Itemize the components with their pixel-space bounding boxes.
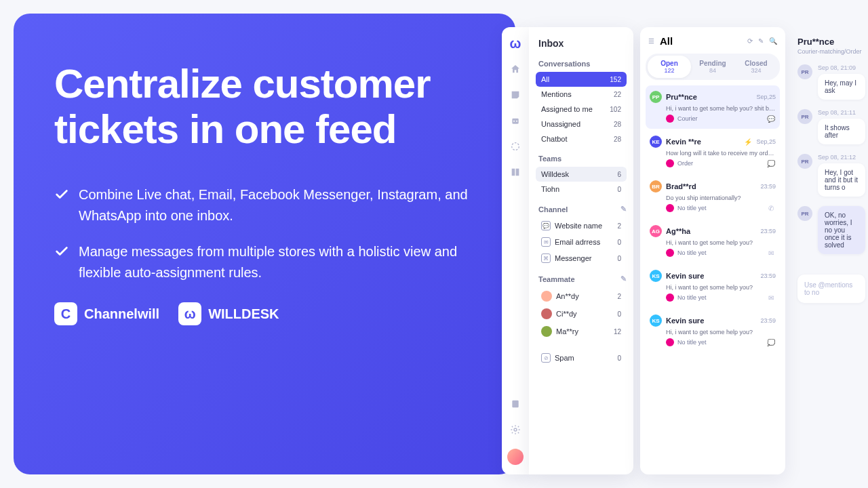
channel-icon: ⌘	[541, 253, 551, 263]
avatar: PP	[650, 91, 662, 103]
messenger-icon: 💬	[766, 114, 776, 123]
filter-icon[interactable]: ☰	[648, 37, 654, 45]
bullet-item: Manage messages from multiple stores wit…	[54, 241, 475, 283]
teammate-item[interactable]: Ma**ry12	[536, 323, 627, 340]
avatar	[541, 291, 552, 302]
channel-icon: 💬	[541, 221, 551, 230]
bullet-item: Combine Live chat, Email, Facebook Messe…	[54, 184, 475, 226]
current-user-avatar[interactable]	[507, 449, 524, 465]
brand-channelwill: C Channelwill	[54, 302, 159, 325]
willdesk-logo-icon: ω	[178, 302, 201, 325]
section-teammate: Teammate✎	[536, 274, 627, 283]
channel-icon: ✉	[541, 237, 551, 247]
whatsapp-icon: ✆	[766, 203, 776, 213]
message: PRSep 08, 21:11It shows after	[797, 109, 865, 144]
brands-row: C Channelwill ω WILLDESK	[54, 302, 475, 325]
refresh-icon[interactable]: ⟳	[747, 37, 753, 45]
team-item[interactable]: Tiohn0	[536, 182, 627, 197]
bullet-text: Manage messages from multiple stores wit…	[79, 241, 475, 283]
check-icon	[54, 187, 69, 202]
convo-sub: Courier-matching/Order	[797, 48, 865, 55]
settings-icon[interactable]	[509, 423, 522, 436]
ticket-item[interactable]: KSKevin sure23:59Hi, i want to get some …	[646, 264, 780, 308]
avatar: PR	[797, 154, 812, 169]
spam-icon: ⊘	[541, 353, 551, 363]
edit-icon[interactable]: ✎	[620, 205, 627, 214]
avatar: PR	[797, 206, 812, 221]
tab-pending[interactable]: Pending84	[691, 56, 734, 78]
channel-item[interactable]: ✉Email adrress0	[536, 234, 627, 250]
hero-headline: Centralize customer tickets in one feed	[54, 61, 475, 152]
hero-bullets: Combine Live chat, Email, Facebook Messe…	[54, 184, 475, 283]
inbox-icon[interactable]	[509, 88, 522, 102]
assignee-avatar	[666, 338, 674, 346]
avatar	[541, 308, 552, 319]
tab-closed[interactable]: Closed324	[734, 56, 778, 78]
svg-rect-0	[512, 119, 518, 124]
thread-title: All	[660, 35, 742, 47]
check-icon	[54, 244, 69, 259]
ticket-item[interactable]: KEKevin **re⚡Sep,25How long will it take…	[646, 130, 780, 174]
avatar: KS	[650, 314, 662, 327]
assignee-avatar	[666, 159, 674, 167]
inbox-title: Inbox	[536, 38, 627, 49]
search-icon[interactable]: 🔍	[769, 37, 777, 45]
compose-icon[interactable]: ✎	[758, 37, 764, 45]
edit-icon[interactable]: ✎	[620, 274, 627, 283]
section-teams: Teams	[536, 155, 627, 163]
inbox-sidebar: Inbox Conversations All152Mentions22Assi…	[529, 27, 633, 474]
sidebar-item-spam[interactable]: ⊘Spam 0	[536, 350, 627, 366]
avatar: BR	[650, 180, 662, 192]
email-icon: ✉	[766, 293, 776, 302]
channel-item[interactable]: 💬Website name2	[536, 218, 627, 234]
docs-icon[interactable]	[509, 165, 522, 179]
chat-icon: 💭	[766, 159, 776, 168]
hero-panel: Centralize customer tickets in one feed …	[14, 14, 515, 474]
assignee-avatar	[666, 115, 674, 123]
ticket-item[interactable]: PPPru**nceSep,25Hi, i want to get some h…	[646, 85, 780, 129]
home-icon[interactable]	[509, 62, 522, 76]
tab-open[interactable]: Open122	[648, 56, 691, 78]
priority-icon: ⚡	[744, 138, 752, 146]
team-item[interactable]: Willdesk6	[536, 167, 627, 182]
svg-point-1	[513, 121, 515, 122]
sidebar-item-mentions[interactable]: Mentions22	[536, 87, 627, 102]
avatar	[541, 326, 552, 337]
bullet-text: Combine Live chat, Email, Facebook Messe…	[79, 184, 475, 226]
sidebar-item-unassigned[interactable]: Unassigned28	[536, 117, 627, 131]
svg-point-3	[512, 143, 519, 150]
sidebar-item-assigned-to-me[interactable]: Assigned to me102	[536, 102, 627, 117]
message: PRSep 08, 21:12Hey, I got and it but it …	[797, 154, 865, 197]
contacts-icon[interactable]	[509, 397, 522, 411]
channel-item[interactable]: ⌘Messenger0	[536, 250, 627, 266]
channelwill-logo-icon: C	[54, 302, 77, 325]
composer-input[interactable]: Use @mentions to no	[797, 274, 865, 303]
teammate-item[interactable]: An**dy2	[536, 287, 627, 305]
sidebar-item-all[interactable]: All152	[536, 72, 627, 87]
app-logo-icon[interactable]: ω	[509, 37, 522, 50]
brand-label: Channelwill	[84, 306, 159, 322]
nav-rail: ω	[502, 27, 529, 474]
automation-icon[interactable]	[509, 140, 522, 153]
convo-title: Pru**nce	[797, 37, 865, 47]
avatar: PR	[797, 64, 812, 79]
brand-label: WILLDESK	[208, 306, 279, 322]
chat-icon: 💭	[766, 338, 776, 347]
sidebar-item-chatbot[interactable]: Chatbot28	[536, 131, 627, 146]
conversation-panel: Pru**nce Courier-matching/Order PRSep 08…	[791, 27, 868, 474]
ticket-item[interactable]: AGAg**ha23:59Hi, i want to get some help…	[646, 220, 780, 263]
svg-point-2	[516, 121, 517, 122]
ticket-item[interactable]: BRBrad**rd23:59Do you ship international…	[646, 175, 780, 218]
section-conversations: Conversations	[536, 60, 627, 68]
ticket-item[interactable]: KSKevin sure23:59Hi, i want to get some …	[646, 309, 780, 352]
avatar: AG	[650, 225, 662, 237]
avatar: KE	[650, 136, 662, 148]
brand-willdesk: ω WILLDESK	[178, 302, 279, 325]
assignee-avatar	[666, 204, 674, 212]
bot-icon[interactable]	[509, 114, 522, 127]
svg-rect-4	[512, 401, 518, 408]
assignee-avatar	[666, 249, 674, 257]
teammate-item[interactable]: Ci**dy0	[536, 305, 627, 323]
thread-list: ☰ All ⟳ ✎ 🔍 Open122Pending84Closed324 PP…	[640, 27, 785, 474]
email-icon: ✉	[766, 248, 776, 258]
